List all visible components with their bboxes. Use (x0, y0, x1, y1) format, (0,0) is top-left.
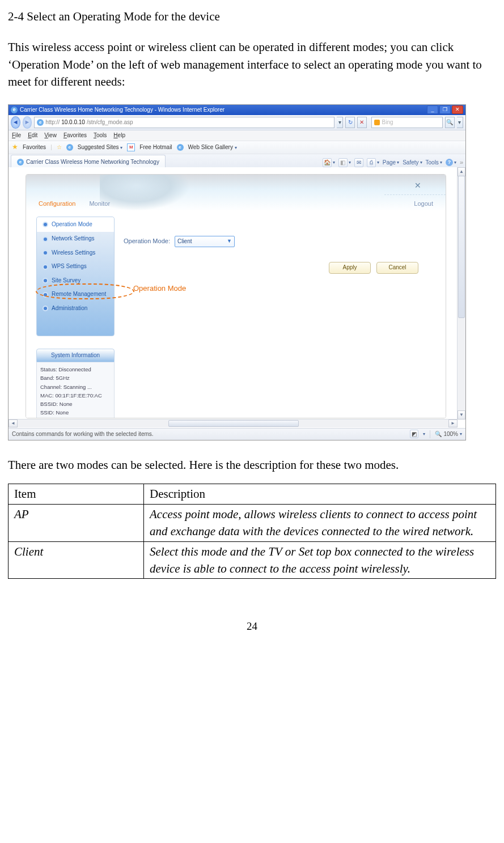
back-button[interactable]: ◄ (11, 116, 20, 129)
vertical-scrollbar[interactable]: ▲ ▼ (457, 167, 465, 420)
menu-tools[interactable]: Tools (94, 132, 107, 140)
hotmail-icon: M (127, 143, 135, 151)
tools-menu[interactable]: Tools ▾ (426, 159, 442, 167)
status-bar: Contains commands for working with the s… (9, 428, 465, 440)
sysinfo-ssid: SSID: None (40, 408, 111, 417)
menu-favorites[interactable]: Favorites (63, 132, 87, 140)
sysinfo-band: Band: 5GHz (40, 374, 111, 382)
suggested-sites-link[interactable]: Suggested Sites ▾ (78, 143, 123, 152)
url-field[interactable]: e http://10.0.0.10/stn/cfg_mode.asp (34, 117, 334, 128)
scroll-up-arrow[interactable]: ▲ (458, 167, 465, 176)
page-menu[interactable]: Page ▾ (383, 159, 399, 167)
search-placeholder: Bing (382, 118, 393, 127)
favorites-bar: ★ Favorites | ☆ e Suggested Sites ▾ M Fr… (9, 141, 465, 154)
scroll-thumb[interactable] (458, 176, 465, 318)
minimize-button[interactable]: _ (427, 105, 438, 114)
td-desc-client: Select this mode and the TV or Set top b… (144, 541, 496, 579)
search-field[interactable]: Bing (371, 117, 443, 128)
bullet-icon (43, 278, 48, 283)
system-info-body: Status: Disconnected Band: 5GHz Channel:… (36, 362, 115, 418)
url-scheme: http:// (45, 118, 60, 127)
menu-file[interactable]: File (12, 132, 21, 140)
bullet-icon (43, 306, 48, 311)
search-button[interactable]: 🔍 (445, 117, 455, 128)
mail-icon[interactable]: ✉ (354, 158, 363, 167)
tab-configuration[interactable]: Configuration (39, 200, 75, 209)
webslice-icon: e (177, 144, 184, 151)
scroll-left-arrow[interactable]: ◄ (9, 420, 18, 427)
status-text: Contains commands for working with the s… (12, 430, 154, 439)
menu-view[interactable]: View (44, 132, 57, 140)
url-path: /stn/cfg_mode.asp (87, 118, 133, 127)
zoom-dropdown[interactable]: ▾ (460, 431, 462, 438)
window-title: Carrier Class Wireless Home Networking T… (20, 106, 225, 115)
address-bar: ◄ ► e http://10.0.0.10/stn/cfg_mode.asp … (9, 115, 465, 130)
scroll-right-arrow[interactable]: ► (448, 420, 458, 427)
sidebar-item-remote-management[interactable]: Remote Management (37, 287, 114, 302)
bullet-icon (43, 236, 48, 242)
help-icon[interactable]: ? (446, 159, 453, 166)
sidebar-item-operation-mode[interactable]: Operation Mode (37, 217, 114, 232)
cancel-button[interactable]: Cancel (376, 262, 418, 274)
forward-button[interactable]: ► (23, 116, 32, 129)
url-host: 10.0.0.10 (61, 118, 85, 127)
logout-link[interactable]: Logout (414, 200, 433, 209)
tab-monitor[interactable]: Monitor (89, 200, 110, 209)
intro-paragraph: This wireless access point or wireless c… (8, 39, 496, 90)
paragraph-after-shot: There are two modes can be selected. Her… (8, 456, 496, 473)
operation-mode-select[interactable]: Client ▼ (175, 236, 235, 247)
apply-button[interactable]: Apply (329, 262, 371, 274)
page-number: 24 (8, 619, 496, 634)
th-description: Description (144, 484, 496, 504)
maximize-button[interactable]: ❐ (439, 105, 451, 114)
chevron-down-icon: ▼ (227, 238, 232, 245)
favorites-label[interactable]: Favorites (23, 143, 46, 152)
sidebar-item-wps-settings[interactable]: WPS Settings (37, 260, 114, 274)
close-button[interactable]: ✕ (452, 105, 463, 114)
feeds-icon[interactable]: ◧ (338, 158, 348, 167)
sidebar-item-site-survey[interactable]: Site Survey (37, 274, 114, 288)
sysinfo-bssid: BSSID: None (40, 400, 111, 408)
horizontal-scrollbar[interactable]: ◄ ► (9, 419, 458, 427)
banner-close-icon[interactable]: ✕ (413, 180, 423, 190)
system-info-header: System Information (36, 349, 115, 362)
hscroll-thumb[interactable] (168, 420, 299, 427)
operation-mode-label: Operation Mode: (124, 237, 170, 246)
sidebar-item-network-settings[interactable]: Network Settings (37, 232, 114, 246)
select-value: Client (177, 238, 192, 246)
menu-edit[interactable]: Edit (28, 132, 37, 140)
td-desc-ap: Access point mode, allows wireless clien… (144, 504, 496, 541)
favorites-star-icon[interactable]: ★ (12, 142, 18, 152)
print-icon[interactable]: ⎙ (367, 158, 376, 167)
web-slice-link[interactable]: Web Slice Gallery ▾ (188, 143, 237, 152)
bullet-icon (43, 292, 48, 298)
menu-bar: File Edit View Favorites Tools Help (9, 130, 465, 141)
favbar-star-icon: ☆ (57, 143, 62, 152)
home-icon[interactable]: 🏠 (323, 158, 332, 167)
status-icon[interactable]: ◩ (410, 430, 418, 438)
scroll-down-arrow[interactable]: ▼ (458, 410, 465, 420)
side-menu: Operation Mode Network Settings Wireless… (36, 217, 115, 337)
free-hotmail-link[interactable]: Free Hotmail (139, 143, 172, 152)
stop-button[interactable]: ✕ (357, 117, 367, 128)
ie-icon: e (11, 107, 18, 113)
safety-menu[interactable]: Safety ▾ (403, 159, 422, 167)
sidebar-item-administration[interactable]: Administration (37, 302, 114, 316)
zoom-value: 100% (443, 430, 458, 439)
page-icon: e (37, 119, 44, 126)
bing-icon (374, 120, 380, 125)
refresh-button[interactable]: ↻ (345, 117, 355, 128)
screenshot: e Carrier Class Wireless Home Networking… (8, 104, 466, 440)
menu-help[interactable]: Help (113, 132, 125, 140)
mode-description-table: Item Description AP Access point mode, a… (8, 484, 496, 579)
url-dropdown[interactable]: ▾ (337, 117, 343, 128)
router-panel: ✕ Configuration Monitor Logout (26, 174, 446, 418)
bullet-icon (43, 264, 48, 270)
separator: | (50, 143, 52, 152)
sidebar-item-wireless-settings[interactable]: Wireless Settings (37, 246, 114, 260)
content-frame: ▲ ▼ ◄ ► ✕ Configuration (9, 167, 465, 427)
zoom-icon[interactable]: 🔍 (435, 430, 442, 439)
banner: ✕ Configuration Monitor Logout (26, 175, 446, 211)
search-dropdown[interactable]: ▾ (457, 117, 463, 128)
bullet-icon (43, 250, 48, 256)
